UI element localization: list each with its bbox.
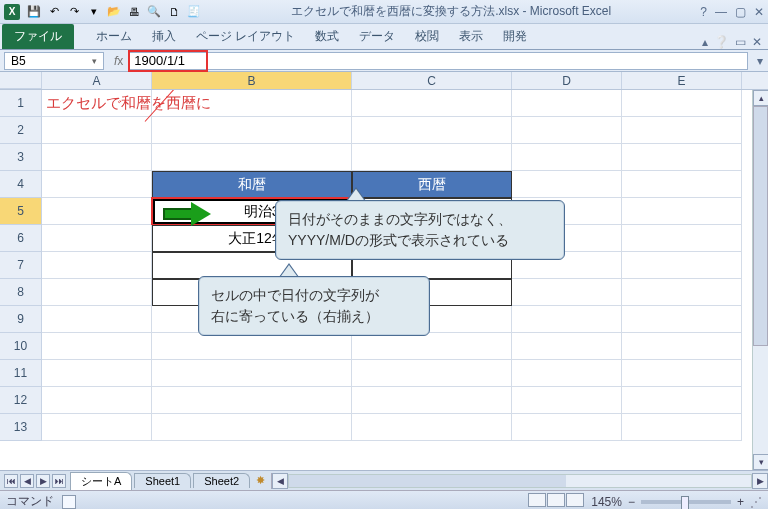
zoom-level[interactable]: 145% [591,495,622,509]
sheet-tab-1[interactable]: Sheet1 [134,473,191,488]
maximize-icon[interactable]: ▢ [735,5,746,19]
cell-D1[interactable] [512,90,622,117]
horizontal-scrollbar[interactable] [288,474,752,488]
worksheet-grid[interactable]: 1 エクセルで和暦を西暦に 2 3 4 和暦 西暦 5 明治3 [0,90,768,470]
row-header-3[interactable]: 3 [0,144,42,171]
view-page-layout-icon[interactable] [547,493,565,507]
status-bar: コマンド 145% − + ⋰ [0,490,768,509]
status-resize-grip-icon[interactable]: ⋰ [750,495,762,509]
row-header-11[interactable]: 11 [0,360,42,387]
quickprint-icon[interactable]: 🖶 [126,4,142,20]
cell-C4[interactable]: 西暦 [352,171,512,198]
tab-data[interactable]: データ [349,24,405,49]
sheet-tab-0[interactable]: シートA [70,472,132,490]
sheet-nav-last-icon[interactable]: ⏭ [52,474,66,488]
row-header-2[interactable]: 2 [0,117,42,144]
ribbon-help-icon[interactable]: ❔ [714,35,729,49]
tab-home[interactable]: ホーム [86,24,142,49]
hscroll-right-icon[interactable]: ▶ [752,473,768,489]
cell-A1[interactable]: エクセルで和暦を西暦に [42,90,152,117]
callout-tail-icon [279,263,299,277]
zoom-slider[interactable] [641,500,731,504]
select-all-corner[interactable] [0,72,42,89]
sheet-tab-2[interactable]: Sheet2 [193,473,250,488]
sheet-nav-prev-icon[interactable]: ◀ [20,474,34,488]
row-header-10[interactable]: 10 [0,333,42,360]
cell-C1[interactable] [352,90,512,117]
save-icon[interactable]: 💾 [26,4,42,20]
fx-icon[interactable]: fx [114,54,123,68]
open-icon[interactable]: 📂 [106,4,122,20]
col-header-C[interactable]: C [352,72,512,89]
row-header-5[interactable]: 5 [0,198,42,225]
excel-app-icon: X [4,4,20,20]
doc-restore-icon[interactable]: ▭ [735,35,746,49]
macro-record-icon[interactable] [62,495,76,509]
view-buttons [528,493,585,509]
row-header-9[interactable]: 9 [0,306,42,333]
name-box-dropdown-icon[interactable]: ▾ [92,56,97,66]
cell-A2[interactable] [42,117,152,144]
formula-bar: B5 ▾ fx 1900/1/1 ▾ [0,50,768,72]
qat-sep: ▾ [86,4,102,20]
tab-insert[interactable]: 挿入 [142,24,186,49]
cell-E1[interactable] [622,90,742,117]
window-controls: ? — ▢ ✕ [700,5,764,19]
file-tab[interactable]: ファイル [2,24,74,49]
undo-icon[interactable]: ↶ [46,4,62,20]
ribbon-minimize-icon[interactable]: ▴ [702,35,708,49]
quick-access-toolbar: 💾 ↶ ↷ ▾ 📂 🖶 🔍 🗋 🧾 [26,4,202,20]
zoom-in-icon[interactable]: + [737,495,744,509]
formula-input[interactable]: 1900/1/1 [129,52,748,70]
tab-formulas[interactable]: 数式 [305,24,349,49]
cell-B1[interactable] [152,90,352,117]
new-sheet-icon[interactable]: ✸ [256,474,265,487]
zoom-out-icon[interactable]: − [628,495,635,509]
row-header-12[interactable]: 12 [0,387,42,414]
print-preview-icon[interactable]: 🔍 [146,4,162,20]
annotation-callout-formula: 日付がそのままの文字列ではなく、 YYYY/M/Dの形式で表示されている [275,200,565,260]
callout2-line1: セルの中で日付の文字列が [211,287,379,303]
minimize-icon[interactable]: — [715,5,727,19]
redo-icon[interactable]: ↷ [66,4,82,20]
col-header-E[interactable]: E [622,72,742,89]
cell-B4[interactable]: 和暦 [152,171,352,198]
col-header-B[interactable]: B [152,72,352,89]
scroll-down-icon[interactable]: ▾ [753,454,768,470]
title-bar: X 💾 ↶ ↷ ▾ 📂 🖶 🔍 🗋 🧾 エクセルで和暦を西暦に変換する方法.xl… [0,0,768,24]
vertical-scrollbar[interactable]: ▴ ▾ [752,90,768,470]
view-normal-icon[interactable] [528,493,546,507]
col-header-A[interactable]: A [42,72,152,89]
row-header-4[interactable]: 4 [0,171,42,198]
view-page-break-icon[interactable] [566,493,584,507]
tab-page-layout[interactable]: ページ レイアウト [186,24,305,49]
row-header-7[interactable]: 7 [0,252,42,279]
sheet-nav-first-icon[interactable]: ⏮ [4,474,18,488]
callout1-line2: YYYY/M/Dの形式で表示されている [288,232,509,248]
name-box[interactable]: B5 ▾ [4,52,104,70]
help-icon[interactable]: ? [700,5,707,19]
tab-review[interactable]: 校閲 [405,24,449,49]
tab-developer[interactable]: 開発 [493,24,537,49]
col-header-D[interactable]: D [512,72,622,89]
doc-close-icon[interactable]: ✕ [752,35,762,49]
sheet-nav-next-icon[interactable]: ▶ [36,474,50,488]
annotation-arrow-icon [163,203,213,225]
new-icon[interactable]: 🗋 [166,4,182,20]
scroll-up-icon[interactable]: ▴ [753,90,768,106]
ribbon-tabs: ファイル ホーム 挿入 ページ レイアウト 数式 データ 校閲 表示 開発 ▴ … [0,24,768,50]
row-header-1[interactable]: 1 [0,90,42,117]
formula-expand-icon[interactable]: ▾ [752,54,768,68]
row-header-8[interactable]: 8 [0,279,42,306]
hscroll-left-icon[interactable]: ◀ [272,473,288,489]
tab-view[interactable]: 表示 [449,24,493,49]
row-header-6[interactable]: 6 [0,225,42,252]
sheet-tab-bar: ⏮ ◀ ▶ ⏭ シートA Sheet1 Sheet2 ✸ ◀ ▶ [0,470,768,490]
vscroll-thumb[interactable] [753,106,768,346]
status-mode: コマンド [6,493,54,509]
chart-icon[interactable]: 🧾 [186,4,202,20]
hscroll-thumb[interactable] [289,475,566,487]
window-title: エクセルで和暦を西暦に変換する方法.xlsx - Microsoft Excel [202,3,700,20]
close-icon[interactable]: ✕ [754,5,764,19]
row-header-13[interactable]: 13 [0,414,42,441]
